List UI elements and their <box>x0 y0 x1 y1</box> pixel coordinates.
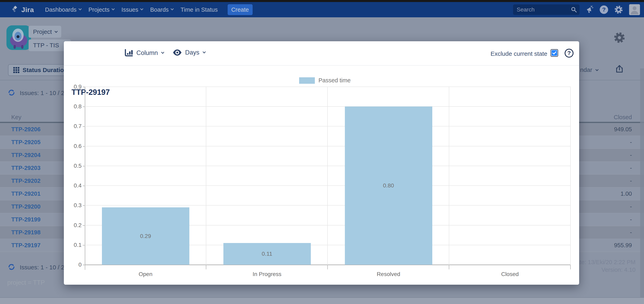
issues-count-top: Issues: 1 - 10 / 292 <box>8 89 71 97</box>
issue-key-link[interactable]: TTP-29200 <box>11 203 40 210</box>
nav-menu-label: Projects <box>88 6 110 13</box>
search-icon[interactable] <box>571 6 577 14</box>
create-button[interactable]: Create <box>228 4 252 15</box>
nav-menu-label: Boards <box>150 6 168 13</box>
chevron-down-icon <box>596 68 599 71</box>
closed-duration-value: - <box>572 178 632 184</box>
closed-duration-value: 949.05 <box>572 126 632 133</box>
jira-logo-icon <box>11 5 19 14</box>
legend-label: Passed time <box>318 77 351 84</box>
closed-duration-value: - <box>572 139 632 146</box>
export-icon[interactable] <box>615 65 624 74</box>
calendar-dropdown-partial[interactable]: ndar <box>580 66 598 73</box>
time-in-status-chart-modal: TTP-29197 Column Days Exclude current st… <box>64 41 579 285</box>
x-axis-tick <box>206 265 206 269</box>
legend-swatch <box>299 77 315 84</box>
issue-key-link[interactable]: TTP-29205 <box>11 139 40 146</box>
gridline <box>85 205 571 206</box>
jira-logo[interactable]: Jira <box>11 5 34 14</box>
issue-key-link[interactable]: TTP-29199 <box>11 216 40 223</box>
closed-duration-value: - <box>572 203 632 210</box>
issue-key-link[interactable]: TTP-29201 <box>11 190 40 197</box>
chevron-down-icon <box>78 7 82 10</box>
jira-logo-text: Jira <box>21 6 34 14</box>
time-unit-label: Days <box>185 49 200 56</box>
issue-key-link[interactable]: TTP-29198 <box>11 229 40 236</box>
chart-type-selector[interactable]: Column <box>124 49 163 57</box>
gridline <box>85 166 571 166</box>
nav-menu-dashboards[interactable]: Dashboards <box>45 6 81 13</box>
feedback-megaphone-icon[interactable] <box>586 6 594 14</box>
y-axis-tick-label: 0.6 <box>69 143 82 149</box>
page-scrollbar[interactable] <box>640 68 644 297</box>
bar-value-label: 0.11 <box>247 251 287 257</box>
page-settings-gear-icon[interactable] <box>614 32 625 44</box>
calendar-dropdown-label: ndar <box>580 66 592 73</box>
project-dropdown-button[interactable]: Project <box>28 26 61 38</box>
issue-key-link[interactable]: TTP-29197 <box>11 242 40 249</box>
closed-duration-value: - <box>572 165 632 171</box>
gridline <box>85 146 571 146</box>
y-axis-tick <box>83 265 85 265</box>
issues-count-text: Issues: 1 - 10 / 292 <box>20 90 71 96</box>
user-avatar[interactable] <box>629 4 640 15</box>
issues-count-text: Issues: 1 - 10 / 292 <box>20 264 71 271</box>
y-axis-tick-label: 0.3 <box>69 202 82 209</box>
project-avatar <box>6 25 31 50</box>
eye-icon <box>173 49 182 56</box>
y-axis-tick-label: 0.9 <box>69 83 82 90</box>
nav-menu-issues[interactable]: Issues <box>122 6 142 13</box>
y-axis-tick <box>83 225 85 226</box>
nav-menu-label: Issues <box>122 6 138 13</box>
bar-chart-plot-area: 00.10.20.30.40.50.60.70.80.90.29Open0.11… <box>85 87 571 265</box>
status-duration-label: Status Duration <box>22 67 68 73</box>
modal-help-icon[interactable]: ? <box>565 49 574 58</box>
y-axis-tick-label: 0.4 <box>69 182 82 189</box>
issue-key-link[interactable]: TTP-29202 <box>11 178 40 184</box>
table-header-closed[interactable]: Closed <box>572 114 632 121</box>
y-axis-tick <box>83 106 85 107</box>
issue-key-link[interactable]: TTP-29206 <box>11 126 40 133</box>
nav-menu-projects[interactable]: Projects <box>88 6 114 13</box>
nav-menu-label: Time in Status <box>180 6 218 13</box>
category-separator <box>570 87 571 265</box>
help-icon[interactable]: ? <box>600 5 608 14</box>
search-input[interactable] <box>513 4 580 15</box>
y-axis-tick <box>83 186 85 186</box>
category-separator <box>449 87 449 265</box>
gridline <box>85 87 571 87</box>
exclude-current-state-checkbox[interactable] <box>550 49 558 57</box>
nav-menu-time-in-status[interactable]: Time in Status <box>180 6 218 13</box>
y-axis-tick <box>83 146 85 147</box>
issue-key-link[interactable]: TTP-29203 <box>11 165 40 171</box>
chevron-down-icon <box>161 50 164 54</box>
x-axis-category-label: Closed <box>449 271 571 278</box>
y-axis-tick <box>83 166 85 166</box>
browser-top-strip <box>0 0 644 2</box>
y-axis-tick <box>83 205 85 206</box>
gridline <box>85 106 571 107</box>
time-unit-selector[interactable]: Days <box>173 49 205 56</box>
refresh-icon[interactable] <box>8 89 15 97</box>
y-axis-tick <box>83 87 85 87</box>
gridline <box>85 185 571 186</box>
chevron-down-icon <box>170 7 174 10</box>
y-axis-tick-label: 0 <box>69 262 82 268</box>
gear-icon[interactable] <box>614 5 623 14</box>
y-axis-tick-label: 0.5 <box>69 163 82 169</box>
bar-value-label: 0.80 <box>368 182 409 189</box>
y-axis-tick-label: 0.7 <box>69 123 82 129</box>
nav-menu-boards[interactable]: Boards <box>150 6 173 13</box>
modal-header-divider <box>64 65 579 66</box>
report-grid-icon <box>13 67 19 73</box>
x-axis-tick <box>570 265 571 269</box>
search-box <box>513 4 580 15</box>
issue-key-link[interactable]: TTP-29204 <box>11 152 40 158</box>
project-key-label: TTP - TIS <box>33 42 59 49</box>
table-header-key[interactable]: Key <box>11 114 21 121</box>
y-axis-tick <box>83 126 85 127</box>
x-axis-category-label: Open <box>85 271 206 278</box>
chevron-down-icon <box>54 30 58 33</box>
category-separator <box>327 87 328 265</box>
refresh-icon[interactable] <box>8 263 15 272</box>
